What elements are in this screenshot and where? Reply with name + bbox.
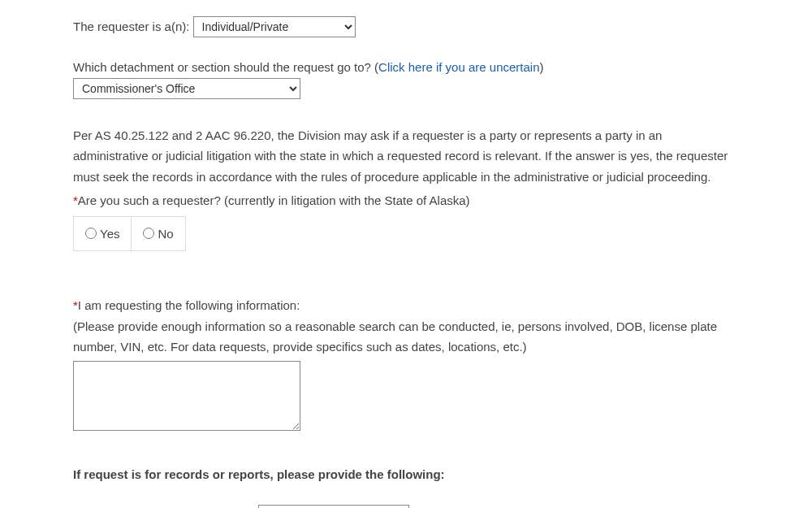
request-info-section: *I am requesting the following informati… — [73, 295, 739, 436]
detachment-label-end: ) — [540, 60, 544, 74]
request-info-label: I am requesting the following informatio… — [78, 298, 300, 312]
litigation-yes-option[interactable]: Yes — [74, 217, 131, 251]
records-header: If request is for records or reports, pl… — [73, 467, 445, 481]
litigation-section: Per AS 40.25.122 and 2 AAC 96.220, the D… — [73, 125, 739, 252]
incident-case-input[interactable] — [258, 505, 409, 509]
detachment-select[interactable]: Commissioner's Office — [73, 78, 300, 99]
litigation-no-option[interactable]: No — [131, 217, 184, 251]
litigation-radio-group: Yes No — [73, 216, 186, 252]
requester-type-field: The requester is a(n): Individual/Privat… — [73, 16, 739, 37]
requester-type-label: The requester is a(n): — [73, 20, 189, 33]
request-info-textarea[interactable] — [73, 361, 300, 431]
uncertain-link[interactable]: Click here if you are uncertain — [378, 60, 539, 74]
litigation-question: Are you such a requester? (currently in … — [78, 193, 470, 207]
detachment-label: Which detachment or section should the r… — [73, 60, 378, 74]
records-header-section: If request is for records or reports, pl… — [73, 464, 739, 485]
yes-label: Yes — [100, 224, 119, 245]
litigation-paragraph: Per AS 40.25.122 and 2 AAC 96.220, the D… — [73, 125, 739, 188]
detachment-field: Which detachment or section should the r… — [73, 57, 739, 99]
litigation-no-radio[interactable] — [143, 228, 154, 239]
no-label: No — [158, 224, 173, 245]
incident-case-label: DPS Incident/Case#: — [73, 505, 255, 509]
requester-type-select[interactable]: Individual/Private — [193, 16, 356, 37]
litigation-yes-radio[interactable] — [85, 228, 97, 239]
incident-case-field: DPS Incident/Case#: — [73, 505, 739, 509]
request-info-hint: (Please provide enough information so a … — [73, 316, 739, 358]
